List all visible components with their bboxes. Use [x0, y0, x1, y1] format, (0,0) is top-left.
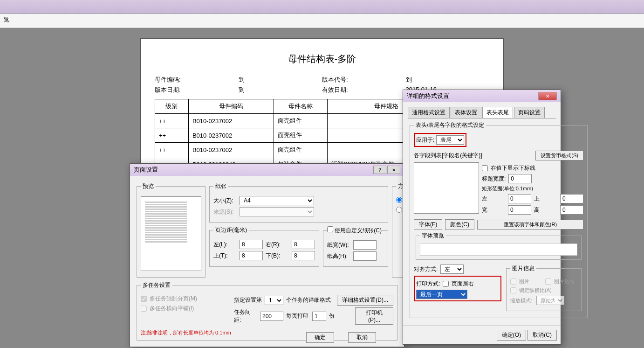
rect-height-input[interactable]	[560, 205, 583, 215]
rect-width-input[interactable]	[508, 205, 531, 215]
margins-legend: 页边距(毫米)	[213, 226, 249, 234]
page-setup-dialog: 页面设置 ? ✕ 预览 纸张 大小(Z): A4	[130, 163, 404, 347]
landscape-radio[interactable]	[396, 207, 402, 213]
font-preview-fieldset: 字体预览	[416, 232, 582, 260]
apply-to-select[interactable]: 表尾	[436, 135, 464, 145]
report-title: 母件结构表-多阶	[155, 53, 489, 65]
ok-button[interactable]: 确定	[306, 332, 334, 343]
cancel-button[interactable]: 取消	[348, 332, 376, 343]
portrait-radio[interactable]	[396, 197, 402, 203]
table-cell: ++	[155, 114, 189, 128]
table-cell: B010-0237002	[188, 128, 274, 143]
image-label: 图片	[519, 278, 542, 285]
rect-range-label: 矩形范围(单位:0.1mm)	[482, 185, 583, 192]
cancel-button[interactable]: 取消(C)	[528, 330, 557, 341]
table-cell: ++	[155, 143, 189, 157]
page-center-checkbox[interactable]	[443, 281, 449, 287]
apply-to-highlight: 应用于: 表尾	[414, 133, 466, 147]
header-version-date-label: 版本日期:	[155, 85, 239, 95]
force-page-checkbox	[141, 296, 147, 302]
paper-width-input	[353, 240, 377, 250]
image-right-label: 图片居右	[554, 278, 577, 285]
preview-legend: 预览	[141, 182, 156, 190]
format-settings-dialog: 详细的格式设置 ✕ 通用格式设置表体设置表头表尾页码设置 表头/表尾各字段的格式…	[403, 90, 561, 345]
margin-left-label: 左(L):	[213, 241, 237, 249]
force-page-label: 多任务强制分页(M)	[150, 295, 197, 303]
field-list-label: 各字段列表[字段名(关键字)]:	[414, 152, 484, 160]
font-button[interactable]: 字体(F)	[414, 219, 442, 230]
paper-legend: 纸张	[213, 182, 228, 190]
menu-item[interactable]: 览	[4, 16, 9, 23]
dialog-title: 页面设置	[134, 166, 158, 174]
rect-top-label: 上	[534, 195, 557, 203]
tile-checkbox	[141, 306, 147, 312]
table-header: 级别	[155, 99, 189, 114]
header-valid-date-label: 有效日期:	[322, 85, 406, 95]
specify-pre-label: 指定设置第	[234, 296, 262, 304]
printer-button[interactable]: 打印机(P)...	[355, 307, 393, 325]
margin-top-input[interactable]	[240, 251, 263, 260]
tab-3[interactable]: 页码设置	[514, 107, 545, 118]
currency-format-button[interactable]: 设置货币格式(S)	[535, 151, 583, 160]
specify-task-select[interactable]: 1	[265, 296, 283, 305]
paper-size-label: 大小(Z):	[213, 197, 237, 205]
table-header: 母件名称	[274, 99, 327, 114]
header-code-label: 母件编码:	[155, 75, 239, 85]
margin-bottom-label: 下(B):	[266, 252, 289, 260]
preview-fieldset: 预览	[137, 182, 206, 278]
align-select[interactable]: 左	[440, 264, 464, 274]
header-to: 到	[406, 75, 490, 85]
color-button[interactable]: 颜色(C)	[445, 219, 474, 230]
table-header: 母件编码	[188, 99, 274, 114]
paper-size-select[interactable]: A4	[240, 196, 314, 205]
lock-ratio-checkbox	[510, 287, 516, 293]
section-label: 表头/表尾各字段的格式设定	[414, 121, 486, 129]
tab-1[interactable]: 表体设置	[451, 107, 481, 118]
per-page-input[interactable]	[312, 312, 326, 321]
dialog-titlebar[interactable]: 详细的格式设置 ✕	[403, 90, 561, 102]
header-footer-fieldset: 表头/表尾各字段的格式设定 应用于: 表尾 各字段列表[字段名(关键字)]: 设…	[410, 121, 588, 318]
tab-0[interactable]: 通用格式设置	[408, 107, 450, 118]
tab-2[interactable]: 表头表尾	[482, 107, 513, 118]
reset-font-color-button[interactable]: 重置该项字体和颜色(R)	[477, 220, 583, 230]
zoom-select: 原始大小	[536, 296, 564, 305]
rect-top-input[interactable]	[560, 194, 583, 203]
dialog-titlebar[interactable]: 页面设置 ? ✕	[130, 164, 404, 176]
field-list-box[interactable]	[414, 162, 479, 214]
rect-left-input[interactable]	[508, 194, 531, 203]
close-button[interactable]: ✕	[387, 166, 400, 174]
paper-height-label: 纸高(H):	[327, 252, 350, 260]
close-button[interactable]: ✕	[538, 92, 557, 100]
paper-source-label: 来源(S):	[213, 208, 237, 216]
align-label: 对齐方式:	[414, 265, 438, 273]
paper-height-input	[353, 251, 377, 261]
margin-right-input[interactable]	[292, 240, 315, 249]
custom-paper-fieldset: 使用自定义纸张(C) 纸宽(W): 纸高(H):	[323, 226, 388, 267]
ok-button[interactable]: 确定(O)	[497, 330, 526, 341]
margin-left-input[interactable]	[240, 240, 263, 249]
custom-paper-label: 使用自定义纸张(C)	[335, 227, 382, 234]
rect-height-label: 高	[534, 206, 557, 214]
interval-input[interactable]	[260, 312, 283, 321]
table-cell: 面壳组件	[274, 114, 327, 128]
underline-label: 在值下显示下标线	[491, 164, 535, 172]
paper-fieldset: 纸张 大小(Z): A4 来源(S):	[209, 182, 388, 223]
margin-bottom-input[interactable]	[292, 251, 315, 260]
paper-width-label: 纸宽(W):	[327, 241, 350, 249]
custom-paper-checkbox[interactable]	[327, 226, 333, 232]
table-cell: 面壳组件	[274, 128, 327, 143]
underline-checkbox[interactable]	[482, 165, 488, 171]
table-cell: B010-0237002	[188, 143, 274, 157]
multitask-legend: 多任务设置	[141, 281, 172, 289]
app-titlebar	[0, 0, 644, 14]
interval-label: 任务间距:	[234, 308, 257, 324]
header-version-code-label: 版本代号:	[322, 75, 406, 85]
margins-fieldset: 页边距(毫米) 左(L): 右(R): 上(T): 下(B):	[209, 226, 319, 267]
title-width-input[interactable]	[508, 174, 532, 183]
zoom-label: 缩放模式:	[510, 297, 534, 304]
page-center-label: 页面居右	[452, 280, 475, 288]
table-cell: ++	[155, 128, 189, 143]
detail-format-button[interactable]: 详细格式设置(D)...	[337, 295, 393, 306]
help-button[interactable]: ?	[373, 166, 386, 174]
print-mode-select[interactable]: 最后一页	[416, 290, 467, 299]
